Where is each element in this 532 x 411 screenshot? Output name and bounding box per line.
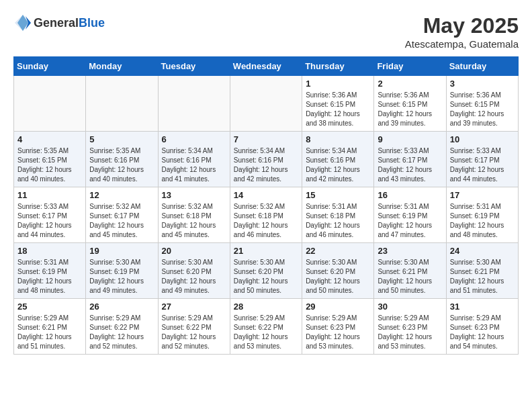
calendar-cell: 15Sunrise: 5:31 AM Sunset: 6:18 PM Dayli… <box>302 187 374 243</box>
calendar-cell: 9Sunrise: 5:33 AM Sunset: 6:17 PM Daylig… <box>374 132 446 187</box>
calendar-cell: 7Sunrise: 5:34 AM Sunset: 6:16 PM Daylig… <box>230 132 302 187</box>
day-number: 5 <box>89 134 154 144</box>
logo-icon <box>13 13 32 32</box>
day-number: 23 <box>378 246 442 256</box>
calendar-cell <box>158 76 230 132</box>
day-number: 22 <box>306 246 370 256</box>
cell-content: Sunrise: 5:31 AM Sunset: 6:19 PM Dayligh… <box>17 258 82 295</box>
calendar-cell: 10Sunrise: 5:33 AM Sunset: 6:17 PM Dayli… <box>446 132 518 187</box>
calendar-cell <box>14 76 86 132</box>
day-number: 12 <box>89 190 154 200</box>
cell-content: Sunrise: 5:31 AM Sunset: 6:19 PM Dayligh… <box>378 202 442 240</box>
cell-content: Sunrise: 5:30 AM Sunset: 6:21 PM Dayligh… <box>450 258 515 295</box>
day-number: 6 <box>162 134 226 144</box>
cell-content: Sunrise: 5:32 AM Sunset: 6:18 PM Dayligh… <box>234 202 298 240</box>
day-number: 4 <box>17 134 82 144</box>
logo-general: General <box>34 16 79 30</box>
calendar-cell: 25Sunrise: 5:29 AM Sunset: 6:21 PM Dayli… <box>14 299 86 355</box>
cell-content: Sunrise: 5:29 AM Sunset: 6:23 PM Dayligh… <box>306 314 370 351</box>
svg-marker-2 <box>17 15 28 31</box>
calendar-cell: 4Sunrise: 5:35 AM Sunset: 6:15 PM Daylig… <box>14 132 86 187</box>
cell-content: Sunrise: 5:31 AM Sunset: 6:18 PM Dayligh… <box>306 202 370 240</box>
day-number: 21 <box>234 246 298 256</box>
day-number: 11 <box>17 190 82 200</box>
cell-content: Sunrise: 5:29 AM Sunset: 6:23 PM Dayligh… <box>450 314 515 351</box>
calendar-cell: 11Sunrise: 5:33 AM Sunset: 6:17 PM Dayli… <box>14 187 86 243</box>
day-number: 24 <box>450 246 515 256</box>
day-number: 8 <box>306 134 370 144</box>
calendar-cell <box>230 76 302 132</box>
day-number: 1 <box>306 79 370 89</box>
calendar-cell: 5Sunrise: 5:35 AM Sunset: 6:16 PM Daylig… <box>86 132 158 187</box>
calendar-cell: 17Sunrise: 5:31 AM Sunset: 6:19 PM Dayli… <box>446 187 518 243</box>
day-number: 19 <box>89 246 154 256</box>
day-number: 13 <box>162 190 226 200</box>
calendar-cell: 22Sunrise: 5:30 AM Sunset: 6:20 PM Dayli… <box>302 243 374 299</box>
cell-content: Sunrise: 5:33 AM Sunset: 6:17 PM Dayligh… <box>450 146 515 184</box>
weekday-header-saturday: Saturday <box>446 57 518 76</box>
cell-content: Sunrise: 5:29 AM Sunset: 6:22 PM Dayligh… <box>234 314 298 351</box>
cell-content: Sunrise: 5:33 AM Sunset: 6:17 PM Dayligh… <box>17 202 82 240</box>
logo-blue: Blue <box>79 16 105 30</box>
week-row-1: 1Sunrise: 5:36 AM Sunset: 6:15 PM Daylig… <box>14 76 519 132</box>
calendar-subtitle: Atescatempa, Guatemala <box>405 38 519 50</box>
calendar-cell <box>86 76 158 132</box>
calendar-cell: 6Sunrise: 5:34 AM Sunset: 6:16 PM Daylig… <box>158 132 230 187</box>
title-area: May 2025 Atescatempa, Guatemala <box>405 13 519 50</box>
calendar-cell: 12Sunrise: 5:32 AM Sunset: 6:17 PM Dayli… <box>86 187 158 243</box>
cell-content: Sunrise: 5:29 AM Sunset: 6:23 PM Dayligh… <box>378 314 442 351</box>
weekday-header-monday: Monday <box>86 57 158 76</box>
week-row-4: 18Sunrise: 5:31 AM Sunset: 6:19 PM Dayli… <box>14 243 519 299</box>
day-number: 20 <box>162 246 226 256</box>
cell-content: Sunrise: 5:33 AM Sunset: 6:17 PM Dayligh… <box>378 146 442 184</box>
cell-content: Sunrise: 5:29 AM Sunset: 6:21 PM Dayligh… <box>17 314 82 351</box>
calendar-cell: 14Sunrise: 5:32 AM Sunset: 6:18 PM Dayli… <box>230 187 302 243</box>
day-number: 26 <box>89 302 154 312</box>
weekday-header-wednesday: Wednesday <box>230 57 302 76</box>
day-number: 27 <box>162 302 226 312</box>
week-row-3: 11Sunrise: 5:33 AM Sunset: 6:17 PM Dayli… <box>14 187 519 243</box>
cell-content: Sunrise: 5:34 AM Sunset: 6:16 PM Dayligh… <box>306 146 370 184</box>
day-number: 25 <box>17 302 82 312</box>
day-number: 3 <box>450 79 515 89</box>
day-number: 16 <box>378 190 442 200</box>
day-number: 29 <box>306 302 370 312</box>
weekday-header-thursday: Thursday <box>302 57 374 76</box>
day-number: 9 <box>378 134 442 144</box>
calendar-cell: 30Sunrise: 5:29 AM Sunset: 6:23 PM Dayli… <box>374 299 446 355</box>
day-number: 18 <box>17 246 82 256</box>
cell-content: Sunrise: 5:29 AM Sunset: 6:22 PM Dayligh… <box>162 314 226 351</box>
calendar-cell: 19Sunrise: 5:30 AM Sunset: 6:19 PM Dayli… <box>86 243 158 299</box>
cell-content: Sunrise: 5:32 AM Sunset: 6:18 PM Dayligh… <box>162 202 226 240</box>
cell-content: Sunrise: 5:35 AM Sunset: 6:15 PM Dayligh… <box>17 146 82 184</box>
cell-content: Sunrise: 5:29 AM Sunset: 6:22 PM Dayligh… <box>89 314 154 351</box>
day-number: 7 <box>234 134 298 144</box>
calendar-cell: 13Sunrise: 5:32 AM Sunset: 6:18 PM Dayli… <box>158 187 230 243</box>
calendar-cell: 18Sunrise: 5:31 AM Sunset: 6:19 PM Dayli… <box>14 243 86 299</box>
day-number: 14 <box>234 190 298 200</box>
calendar-cell: 20Sunrise: 5:30 AM Sunset: 6:20 PM Dayli… <box>158 243 230 299</box>
calendar-cell: 28Sunrise: 5:29 AM Sunset: 6:22 PM Dayli… <box>230 299 302 355</box>
calendar-cell: 21Sunrise: 5:30 AM Sunset: 6:20 PM Dayli… <box>230 243 302 299</box>
calendar-title: May 2025 <box>405 13 519 38</box>
calendar-cell: 31Sunrise: 5:29 AM Sunset: 6:23 PM Dayli… <box>446 299 518 355</box>
cell-content: Sunrise: 5:30 AM Sunset: 6:19 PM Dayligh… <box>89 258 154 295</box>
cell-content: Sunrise: 5:34 AM Sunset: 6:16 PM Dayligh… <box>162 146 226 184</box>
calendar-cell: 27Sunrise: 5:29 AM Sunset: 6:22 PM Dayli… <box>158 299 230 355</box>
cell-content: Sunrise: 5:36 AM Sunset: 6:15 PM Dayligh… <box>450 91 515 128</box>
calendar-table: SundayMondayTuesdayWednesdayThursdayFrid… <box>13 56 519 355</box>
cell-content: Sunrise: 5:36 AM Sunset: 6:15 PM Dayligh… <box>306 91 370 128</box>
cell-content: Sunrise: 5:35 AM Sunset: 6:16 PM Dayligh… <box>89 146 154 184</box>
week-row-5: 25Sunrise: 5:29 AM Sunset: 6:21 PM Dayli… <box>14 299 519 355</box>
weekday-header-sunday: Sunday <box>14 57 86 76</box>
day-number: 17 <box>450 190 515 200</box>
day-number: 15 <box>306 190 370 200</box>
calendar-cell: 23Sunrise: 5:30 AM Sunset: 6:21 PM Dayli… <box>374 243 446 299</box>
cell-content: Sunrise: 5:32 AM Sunset: 6:17 PM Dayligh… <box>89 202 154 240</box>
weekday-header-friday: Friday <box>374 57 446 76</box>
calendar-cell: 8Sunrise: 5:34 AM Sunset: 6:16 PM Daylig… <box>302 132 374 187</box>
calendar-cell: 29Sunrise: 5:29 AM Sunset: 6:23 PM Dayli… <box>302 299 374 355</box>
calendar-cell: 16Sunrise: 5:31 AM Sunset: 6:19 PM Dayli… <box>374 187 446 243</box>
cell-content: Sunrise: 5:34 AM Sunset: 6:16 PM Dayligh… <box>234 146 298 184</box>
day-number: 31 <box>450 302 515 312</box>
